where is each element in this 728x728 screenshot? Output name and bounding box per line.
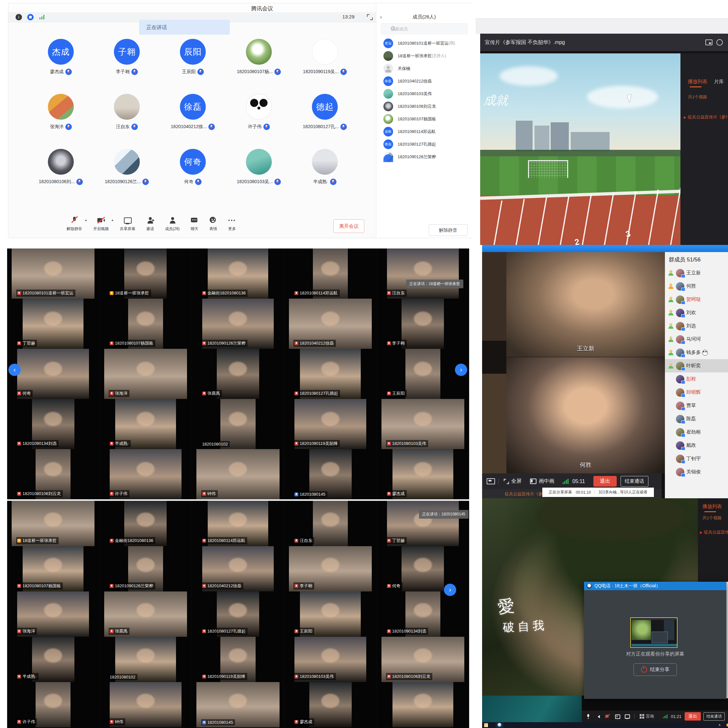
qq-taskbar-icon[interactable] bbox=[496, 722, 503, 728]
group-member-row[interactable]: 丁钊宇 bbox=[665, 452, 728, 465]
participant-tile[interactable]: 子翱李子翱 bbox=[94, 39, 160, 94]
page-right-arrow[interactable]: › bbox=[455, 364, 467, 376]
member-row[interactable]: 18201080106刘云龙 bbox=[376, 100, 472, 113]
participant-tile[interactable]: 18201090119吴... bbox=[292, 39, 358, 94]
end-share-button[interactable]: 结束分享 bbox=[633, 663, 677, 676]
tab-library[interactable]: 片库 bbox=[714, 79, 724, 85]
video-tile[interactable]: 18201090126兰荣桦 bbox=[99, 546, 192, 592]
participant-tile[interactable]: 张海洋 bbox=[28, 94, 94, 149]
camera-off-icon[interactable] bbox=[605, 714, 610, 719]
group-member-row[interactable]: 邱明辉 bbox=[665, 386, 728, 399]
video-tile[interactable]: 18201080114郑远航 bbox=[192, 501, 284, 546]
playlist-item[interactable]: 征兵公益宣传 bbox=[700, 529, 728, 535]
group-member-row[interactable]: 马珂珂 bbox=[665, 333, 728, 346]
network-signal-icon[interactable] bbox=[40, 15, 45, 20]
participant-tile[interactable]: 辰阳王辰阳 bbox=[160, 39, 226, 94]
video-tile[interactable]: 廖杰成 bbox=[284, 682, 377, 727]
dialog-titlebar[interactable]: QQ电话 · 18土木一班（Official） bbox=[584, 582, 726, 590]
video-tile[interactable]: 何奇 bbox=[376, 546, 469, 592]
video-tile[interactable]: 半成熟· bbox=[7, 637, 99, 682]
video-tile[interactable]: 廖杰成 bbox=[376, 449, 469, 499]
member-row[interactable]: 徐磊18201040212徐磊 bbox=[376, 75, 472, 87]
video-tile[interactable]: 18201090134刘选 bbox=[376, 592, 469, 637]
video-tile[interactable]: 18201090134刘选 bbox=[7, 399, 99, 449]
info-icon[interactable]: i bbox=[15, 14, 22, 20]
group-member-row[interactable]: 何胜 bbox=[665, 280, 728, 293]
group-member-row[interactable]: 陈磊 bbox=[665, 412, 728, 425]
group-member-row[interactable]: 贺呵哒 bbox=[665, 293, 728, 306]
participant-tile[interactable]: 18201080107杨... bbox=[226, 39, 292, 94]
search-member-input[interactable]: 搜索成员 bbox=[381, 23, 468, 34]
camera-monitor-icon[interactable] bbox=[486, 478, 495, 484]
video-tile[interactable]: 李子翱 bbox=[284, 546, 377, 592]
page-left-arrow[interactable]: ‹ bbox=[8, 364, 21, 376]
video-tile[interactable]: 18201080107杨国栋 bbox=[99, 299, 192, 349]
member-row[interactable]: 18道桥一班张承哲(主持人) bbox=[376, 49, 472, 62]
video-tile[interactable]: 何奇 bbox=[7, 349, 99, 399]
pip-button[interactable]: 画中画 bbox=[530, 478, 554, 485]
group-member-row[interactable]: 戴政 bbox=[665, 439, 728, 452]
playlist-item[interactable]: 征兵公益宣传片《参军 bbox=[684, 114, 727, 120]
group-member-row[interactable]: 王立新 bbox=[665, 266, 728, 280]
toolbar-screen-share[interactable]: 共享屏幕 bbox=[120, 215, 135, 232]
member-row[interactable]: 宏运18201080101道桥一班宏运(我) bbox=[376, 37, 472, 49]
grid-layout-icon[interactable] bbox=[640, 714, 644, 719]
toolbar-camera-off[interactable]: ▲开启视频 bbox=[93, 215, 109, 232]
group-member-row[interactable]: 刘选 bbox=[665, 320, 728, 333]
video-tile[interactable]: 王立新 bbox=[506, 252, 665, 357]
member-row[interactable]: 关保楠 bbox=[376, 62, 472, 75]
shield-icon[interactable] bbox=[27, 14, 34, 20]
participant-tile[interactable]: 何奇何奇 bbox=[160, 149, 226, 204]
video-tile[interactable]: 许子伟 bbox=[7, 682, 99, 727]
unmute-button[interactable]: 解除静音 bbox=[429, 224, 468, 236]
mini-window-icon[interactable] bbox=[705, 40, 713, 45]
chevron-down-icon[interactable]: ∨ bbox=[379, 15, 382, 20]
toolbar-more[interactable]: 更多 bbox=[228, 215, 236, 232]
page-right-arrow[interactable]: › bbox=[444, 584, 456, 596]
participant-tile[interactable]: 德起18201080127孔... bbox=[292, 94, 358, 149]
video-tile[interactable]: 18201080103吴伟 bbox=[284, 637, 377, 682]
participant-tile[interactable]: 徐磊18201040212徐... bbox=[160, 94, 226, 149]
video-tile[interactable]: 钟伟 bbox=[192, 449, 284, 499]
video-tile[interactable]: 18201080106刘云龙 bbox=[376, 637, 469, 682]
leave-meeting-button[interactable]: 离开会议 bbox=[333, 219, 364, 233]
group-member-row[interactable]: 关锦俊 bbox=[665, 465, 728, 479]
member-row[interactable]: 18201080103吴伟 bbox=[376, 87, 472, 100]
exit-button[interactable]: 退出 bbox=[593, 476, 617, 486]
video-tile[interactable]: 18201080145 bbox=[192, 682, 284, 727]
video-tile[interactable]: 18201090119吴韶烽 bbox=[284, 399, 377, 449]
video-tile[interactable]: 金融街18201080136 bbox=[192, 248, 284, 299]
member-row[interactable]: 远航18201080114郑远航 bbox=[376, 125, 472, 138]
video-tile[interactable]: 金融街18201080136 bbox=[99, 501, 192, 546]
toolbar-emoji[interactable]: 表情 bbox=[210, 215, 217, 232]
tab-playlist[interactable]: 播放列表 bbox=[702, 503, 722, 509]
toolbar-mic-muted[interactable]: ▲解除静音 bbox=[67, 215, 82, 232]
video-tile[interactable]: 丁翌赫 bbox=[7, 299, 99, 349]
participant-tile[interactable]: 18201080106刘... bbox=[28, 149, 94, 204]
caret-up-icon[interactable]: ▲ bbox=[111, 219, 114, 222]
share-screen-icon[interactable] bbox=[615, 714, 620, 719]
member-row[interactable]: 德起18201080127孔德起 bbox=[376, 138, 472, 150]
mic-icon[interactable] bbox=[586, 714, 591, 719]
group-member-row[interactable]: 曹草 bbox=[665, 399, 728, 412]
end-call-button[interactable]: 结束通话 bbox=[704, 713, 725, 720]
video-tile[interactable]: 18201040212徐磊 bbox=[284, 299, 377, 349]
toolbar-invite[interactable]: 邀请 bbox=[146, 215, 154, 232]
settings-icon[interactable] bbox=[716, 39, 723, 46]
speaker-icon[interactable] bbox=[595, 714, 601, 719]
video-frame-sports-field[interactable]: 1 2 3 成就 bbox=[480, 54, 681, 245]
toolbar-members[interactable]: 成员(26) bbox=[165, 215, 180, 232]
video-tile[interactable]: 钟伟 bbox=[99, 682, 192, 727]
exit-button[interactable]: 退出 bbox=[685, 712, 701, 720]
video-tile[interactable]: 王辰阳 bbox=[376, 349, 469, 399]
video-tile[interactable]: 张海洋 bbox=[7, 592, 99, 637]
participant-tile[interactable]: 杰成廖杰成 bbox=[28, 39, 94, 94]
video-tile[interactable]: 张鹿禹 bbox=[192, 349, 284, 399]
group-member-row[interactable]: 崔劲榕 bbox=[665, 425, 728, 439]
video-tile[interactable]: 18201080107杨国栋 bbox=[7, 546, 99, 592]
participant-tile[interactable]: 半成熟· bbox=[292, 149, 358, 204]
group-member-row[interactable]: 刘欢 bbox=[665, 306, 728, 320]
video-tile[interactable]: 18201080102 bbox=[192, 399, 284, 449]
video-tile[interactable]: 18201080127孔德起 bbox=[284, 349, 377, 399]
video-tile[interactable]: 张鹿禹 bbox=[99, 592, 192, 637]
